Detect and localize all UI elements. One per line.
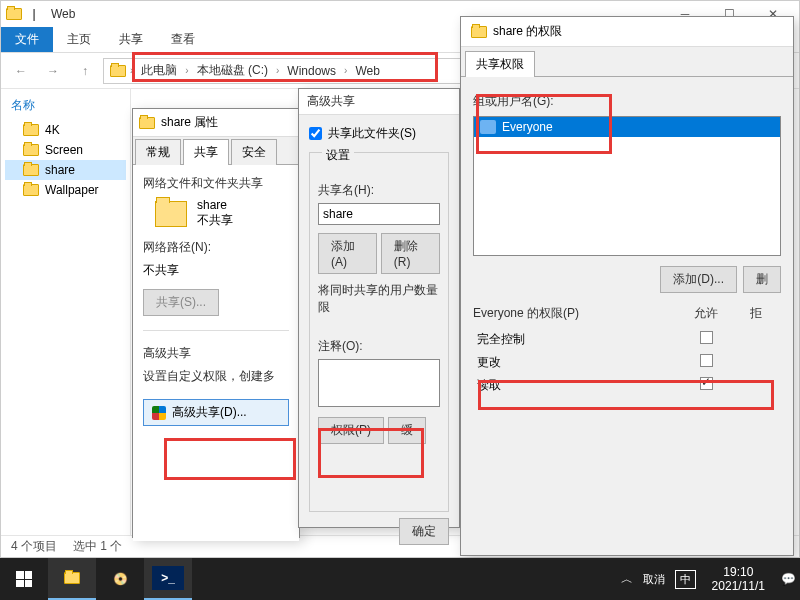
tree-label: share: [45, 163, 75, 177]
tab-sharing[interactable]: 共享: [183, 139, 229, 165]
share-name: share: [197, 198, 233, 212]
folder-icon: [139, 117, 155, 129]
notifications-icon[interactable]: 💬: [781, 572, 796, 586]
advanced-sharing-button[interactable]: 高级共享(D)...: [143, 399, 289, 426]
user-item[interactable]: Everyone: [474, 117, 780, 137]
tree-label: 4K: [45, 123, 60, 137]
up-button[interactable]: ↑: [71, 57, 99, 85]
taskbar-explorer[interactable]: [48, 558, 96, 600]
crumb-pc[interactable]: 此电脑: [137, 62, 181, 79]
folder-tree: 名称 4K Screen share Wallpaper: [1, 89, 131, 535]
powershell-icon: >_: [152, 566, 184, 590]
status-count: 4 个项目: [11, 538, 57, 555]
crumb-web[interactable]: Web: [351, 64, 383, 78]
groupbox-settings: 设置: [322, 147, 354, 164]
perm-row: 完全控制: [473, 328, 781, 351]
taskbar: 📀 >_ ︿ 取消 中 19:10 2021/11/1 💬: [0, 558, 800, 600]
perm-label: 读取: [473, 377, 681, 394]
window-title: Web: [51, 7, 75, 21]
share-button[interactable]: 共享(S)...: [143, 289, 219, 316]
perm-row: 更改: [473, 351, 781, 374]
clock-date: 2021/11/1: [712, 579, 765, 593]
comment-label: 注释(O):: [318, 338, 440, 355]
taskbar-powershell[interactable]: >_: [144, 558, 192, 600]
allow-checkbox[interactable]: [700, 331, 713, 344]
share-folder-label: 共享此文件夹(S): [328, 125, 416, 142]
folder-icon: [23, 144, 39, 156]
share-folder-checkbox[interactable]: 共享此文件夹(S): [309, 125, 449, 142]
tab-home[interactable]: 主页: [53, 27, 105, 52]
tree-label: Wallpaper: [45, 183, 99, 197]
folder-icon: [471, 26, 487, 38]
forward-button[interactable]: →: [39, 57, 67, 85]
folder-icon: [23, 164, 39, 176]
netpath-label: 网络路径(N):: [143, 239, 289, 256]
status-selected: 选中 1 个: [73, 538, 122, 555]
dialog-title: share 属性: [161, 114, 218, 131]
start-button[interactable]: [0, 558, 48, 600]
share-name-input[interactable]: [318, 203, 440, 225]
section-network-sharing: 网络文件和文件夹共享: [143, 175, 289, 192]
ime-indicator[interactable]: 中: [675, 570, 696, 589]
tab-view[interactable]: 查看: [157, 27, 209, 52]
folder-icon: [23, 184, 39, 196]
tab-security[interactable]: 安全: [231, 139, 277, 165]
remove-button[interactable]: 删除(R): [381, 233, 440, 274]
user-name: Everyone: [502, 120, 553, 134]
qat-divider: |: [25, 5, 43, 23]
permissions-table: Everyone 的权限(P) 允许 拒 完全控制 更改 读取: [473, 305, 781, 397]
advanced-sharing-label: 高级共享(D)...: [172, 404, 247, 421]
remove-user-button[interactable]: 删: [743, 266, 781, 293]
system-tray: ︿ 取消 中 19:10 2021/11/1 💬: [621, 565, 800, 593]
taskbar-app[interactable]: 📀: [96, 558, 144, 600]
netpath-value: 不共享: [143, 262, 289, 279]
allow-checkbox[interactable]: [700, 354, 713, 367]
chevron-right-icon: ›: [344, 65, 347, 76]
tray-chevron-up-icon[interactable]: ︿: [621, 571, 633, 588]
dialog-tabs: 常规 共享 安全: [133, 137, 299, 165]
crumb-windows[interactable]: Windows: [283, 64, 340, 78]
perm-label: 更改: [473, 354, 681, 371]
chevron-right-icon: ›: [130, 65, 133, 76]
checkbox-icon[interactable]: [309, 127, 322, 140]
column-header-name[interactable]: 名称: [5, 95, 126, 116]
deny-header: 拒: [731, 305, 781, 322]
tab-file[interactable]: 文件: [1, 27, 53, 52]
comment-input[interactable]: [318, 359, 440, 407]
permissions-button[interactable]: 权限(P): [318, 417, 384, 444]
folder-icon: [110, 65, 126, 77]
concurrent-users-label: 将同时共享的用户数量限: [318, 282, 440, 316]
group-users-label: 组或用户名(G):: [473, 93, 781, 110]
tree-node[interactable]: share: [5, 160, 126, 180]
taskbar-clock[interactable]: 19:10 2021/11/1: [706, 565, 771, 593]
permissions-tabs: 共享权限: [461, 47, 793, 77]
tab-general[interactable]: 常规: [135, 139, 181, 165]
folder-icon: [155, 201, 187, 227]
tree-node[interactable]: 4K: [5, 120, 126, 140]
allow-checkbox[interactable]: [700, 377, 713, 390]
perm-row: 读取: [473, 374, 781, 397]
tab-share-permissions[interactable]: 共享权限: [465, 51, 535, 77]
tree-node[interactable]: Wallpaper: [5, 180, 126, 200]
section-advanced-sharing: 高级共享: [143, 345, 289, 362]
folder-icon: [64, 572, 80, 584]
users-listbox[interactable]: Everyone: [473, 116, 781, 256]
ok-button[interactable]: 确定: [399, 518, 449, 545]
chevron-right-icon: ›: [276, 65, 279, 76]
tree-node[interactable]: Screen: [5, 140, 126, 160]
add-button[interactable]: 添加(A): [318, 233, 377, 274]
advanced-desc: 设置自定义权限，创建多: [143, 368, 289, 385]
crumb-drive[interactable]: 本地磁盘 (C:): [193, 62, 272, 79]
tab-share[interactable]: 共享: [105, 27, 157, 52]
back-button[interactable]: ←: [7, 57, 35, 85]
clock-time: 19:10: [712, 565, 765, 579]
share-name-label: 共享名(H):: [318, 182, 440, 199]
perm-label: 完全控制: [473, 331, 681, 348]
tray-text: 取消: [643, 572, 665, 587]
folder-icon: [5, 5, 23, 23]
folder-icon: [23, 124, 39, 136]
add-user-button[interactable]: 添加(D)...: [660, 266, 737, 293]
cache-button[interactable]: 缓: [388, 417, 426, 444]
allow-header: 允许: [681, 305, 731, 322]
perm-for-label: Everyone 的权限(P): [473, 305, 681, 322]
